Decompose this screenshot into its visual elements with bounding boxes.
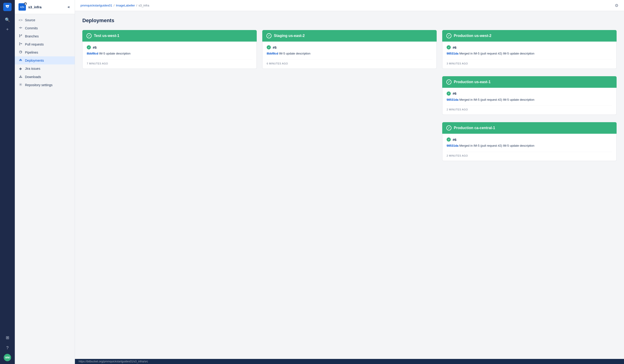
sidebar-item-commits[interactable]: Commits <box>15 24 75 32</box>
sidebar-item-downloads[interactable]: Downloads <box>15 73 75 81</box>
branches-icon <box>19 34 23 38</box>
user-avatar[interactable]: WM <box>4 354 11 361</box>
timestamp: 7 MINUTES AGO <box>87 60 252 65</box>
check-circle-prod-east1: ✓ <box>446 79 451 85</box>
build-num-pe1: #6 <box>453 91 457 95</box>
create-icon[interactable]: ＋ <box>3 25 12 33</box>
env-block-prod-ca: ✓ Production ca-central-1 ✓ #6 98531da M… <box>442 122 617 165</box>
env-name-test: Test us-west-1 <box>94 34 119 38</box>
env-name-prod-west2: Production us-west-2 <box>454 34 492 38</box>
svg-point-9 <box>21 44 22 44</box>
sidebar-item-settings[interactable]: Repository settings <box>15 81 75 89</box>
commit-info-pw2: 98531da Merged in IM-5 (pull request #2)… <box>447 51 612 56</box>
pipelines-icon <box>19 50 23 54</box>
build-check-icon-pe1: ✓ <box>447 91 451 96</box>
svg-point-8 <box>19 45 20 45</box>
breadcrumb: pmmquickstartguides01 / ImageLabeller / … <box>80 4 149 7</box>
svg-point-6 <box>21 35 22 35</box>
sidebar-item-pipelines[interactable]: Pipelines <box>15 48 75 56</box>
deployment-card-prod-ca: ✓ #6 98531da Merged in IM-5 (pull reques… <box>442 134 617 161</box>
check-circle-test: ✓ <box>86 33 92 38</box>
global-nav: 🔍 ＋ ⊞ ? WM <box>0 0 15 364</box>
sidebar-item-jira[interactable]: ◆ Jira issues <box>15 65 75 73</box>
build-check-icon: ✓ <box>87 45 91 49</box>
env-name-prod-east1: Production us-east-1 <box>454 80 491 84</box>
source-icon: <> <box>19 18 23 22</box>
sidebar-collapse-button[interactable]: ◀ <box>65 4 71 10</box>
build-check-icon-ca: ✓ <box>447 137 451 142</box>
breadcrumb-path: s3_infra <box>138 4 149 7</box>
timestamp-ca: 2 MINUTES AGO <box>447 152 612 157</box>
deployment-card-test-1: ✓ #5 8bbf8cd IM-5 update description 7 M… <box>82 42 257 69</box>
check-circle-prod-west2: ✓ <box>446 33 451 38</box>
page-settings-icon[interactable]: ⚙ <box>615 3 619 8</box>
deployment-column-staging: ✓ Staging us-east-2 ✓ #5 8bbf8cd IM-5 up… <box>262 30 437 72</box>
build-number-prod-east1: ✓ #6 <box>447 91 612 96</box>
main-content: pmmquickstartguides01 / ImageLabeller / … <box>75 0 624 364</box>
sidebar-item-source[interactable]: <> Source <box>15 16 75 24</box>
build-check-icon-pw2: ✓ <box>447 45 451 49</box>
build-num-staging: #5 <box>273 46 277 49</box>
repo-icon: </> <box>19 3 26 11</box>
build-number-staging: ✓ #5 <box>267 45 432 49</box>
settings-icon <box>19 83 23 87</box>
apps-icon[interactable]: ⊞ <box>3 334 12 342</box>
check-circle-prod-ca: ✓ <box>446 125 451 131</box>
env-header-prod-east1[interactable]: ✓ Production us-east-1 <box>442 76 617 88</box>
commit-info-pe1: 98531da Merged in IM-5 (pull request #2)… <box>447 97 612 102</box>
commit-info-staging: 8bbf8cd IM-5 update description <box>267 51 432 56</box>
build-number-prod-west2: ✓ #6 <box>447 45 612 49</box>
commit-hash-ca[interactable]: 98531da <box>447 144 458 147</box>
breadcrumb-repo[interactable]: ImageLabeller <box>116 4 135 7</box>
commit-hash[interactable]: 8bbf8cd <box>87 52 98 55</box>
timestamp-pe1: 2 MINUTES AGO <box>447 106 612 111</box>
svg-point-7 <box>19 43 20 44</box>
commit-info-ca: 98531da Merged in IM-5 (pull request #2)… <box>447 143 612 148</box>
breadcrumb-workspace[interactable]: pmmquickstartguides01 <box>80 4 112 7</box>
commit-hash-pw2[interactable]: 98531da <box>447 52 458 55</box>
jira-icon: ◆ <box>19 67 23 71</box>
build-num-ca: #6 <box>453 138 457 142</box>
env-name-staging: Staging us-east-2 <box>274 34 305 38</box>
check-circle-staging: ✓ <box>266 33 272 38</box>
env-block-prod-east1: ✓ Production us-east-1 ✓ #6 98531da Merg… <box>442 76 617 119</box>
env-name-prod-ca: Production ca-central-1 <box>454 126 495 130</box>
timestamp-staging: 6 MINUTES AGO <box>267 60 432 65</box>
deployments-grid: ✓ Test us-west-1 ✓ #5 8bbf8cd IM-5 updat… <box>82 30 617 165</box>
build-num: #5 <box>93 46 97 49</box>
sidebar-item-pullrequests[interactable]: Pull requests <box>15 40 75 48</box>
timestamp-pw2: 3 MINUTES AGO <box>447 60 612 65</box>
svg-rect-0 <box>25 3 26 4</box>
production-column: ✓ Production us-west-2 ✓ #6 98531da Merg… <box>442 30 617 165</box>
search-icon[interactable]: 🔍 <box>3 16 12 24</box>
deployment-card-prod-east1: ✓ #6 98531da Merged in IM-5 (pull reques… <box>442 88 617 115</box>
page-title: Deployments <box>82 18 617 23</box>
repo-name: s3_infra <box>28 5 42 9</box>
sidebar: </> s3_infra ◀ <> Source Commits Branche… <box>15 0 75 364</box>
commits-icon <box>19 26 23 30</box>
global-nav-logo[interactable] <box>3 3 12 11</box>
env-header-test[interactable]: ✓ Test us-west-1 <box>82 30 257 42</box>
deployments-icon <box>19 58 23 62</box>
commit-hash-pe1[interactable]: 98531da <box>447 98 458 101</box>
help-icon[interactable]: ? <box>3 344 12 352</box>
svg-rect-12 <box>19 77 22 78</box>
sidebar-item-branches[interactable]: Branches <box>15 32 75 40</box>
commit-hash-staging[interactable]: 8bbf8cd <box>267 52 278 55</box>
env-header-staging[interactable]: ✓ Staging us-east-2 <box>262 30 437 42</box>
deployment-card-staging-1: ✓ #5 8bbf8cd IM-5 update description 6 M… <box>262 42 437 69</box>
deployment-card-prod-west2: ✓ #6 98531da Merged in IM-5 (pull reques… <box>442 42 617 69</box>
content-area: Deployments ✓ Test us-west-1 ✓ #5 8bbf8c… <box>75 11 624 359</box>
deployment-column-test: ✓ Test us-west-1 ✓ #5 8bbf8cd IM-5 updat… <box>82 30 257 72</box>
env-header-prod-ca[interactable]: ✓ Production ca-central-1 <box>442 122 617 134</box>
env-header-prod-west2[interactable]: ✓ Production us-west-2 <box>442 30 617 42</box>
commit-info: 8bbf8cd IM-5 update description <box>87 51 252 56</box>
repo-lock-badge <box>24 2 27 5</box>
pullrequests-icon <box>19 42 23 46</box>
sidebar-header: </> s3_infra ◀ <box>15 0 75 14</box>
build-number-prod-ca: ✓ #6 <box>447 137 612 142</box>
svg-point-13 <box>20 84 21 85</box>
sidebar-item-deployments[interactable]: Deployments <box>15 56 75 65</box>
svg-point-5 <box>19 37 20 37</box>
env-block-prod-west2: ✓ Production us-west-2 ✓ #6 98531da Merg… <box>442 30 617 72</box>
